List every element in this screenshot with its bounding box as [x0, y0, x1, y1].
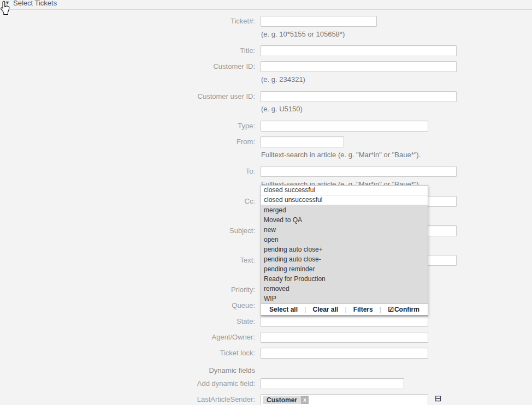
confirm-label: Confirm: [394, 306, 419, 313]
form-row-type: Type:: [0, 121, 532, 133]
dropdown-item-open[interactable]: open: [261, 235, 428, 245]
cc-label: Cc:: [0, 196, 255, 207]
confirm-button[interactable]: ☑Confirm: [388, 306, 419, 313]
dropdown-item-removed[interactable]: removed: [261, 284, 428, 294]
form-row-from: From:: [0, 136, 532, 148]
form-row-dynamic-fields: Dynamic fields: [0, 365, 532, 377]
form-row-ticket-number: Ticket#:: [0, 16, 532, 28]
form-row-customer-user-id: Customer user ID:: [0, 91, 532, 103]
title-input[interactable]: [261, 45, 457, 56]
dropdown-item-moved-to-qa[interactable]: Moved to QA: [261, 215, 428, 225]
state-label: State:: [0, 316, 255, 327]
agent-owner-label: Agent/Owner:: [0, 332, 255, 343]
tag-remove-button[interactable]: x: [301, 396, 309, 404]
select-all-button[interactable]: Select all: [269, 306, 298, 313]
title-label: Title:: [0, 45, 255, 56]
dropdown-item-pending-auto-close-plus[interactable]: pending auto close+: [261, 245, 428, 254]
separator: |: [380, 306, 381, 313]
form-row-ticket-lock: Ticket lock:: [0, 348, 532, 360]
subject-label: Subject:: [0, 225, 255, 236]
from-input[interactable]: [261, 136, 344, 147]
clear-all-button[interactable]: Clear all: [313, 306, 339, 313]
dropdown-item-closed-successful[interactable]: closed successful: [261, 186, 428, 195]
last-article-sender-field[interactable]: Customer x: [261, 394, 428, 405]
last-article-sender-label: LastArticleSender:: [0, 394, 255, 405]
remove-field-button[interactable]: ⊟: [435, 395, 442, 402]
customer-user-id-input[interactable]: [261, 91, 457, 102]
dropdown-item-closed-unsuccessful[interactable]: closed unsuccessful: [261, 195, 428, 205]
form-row-agent-owner: Agent/Owner:: [0, 332, 532, 344]
selected-value-tag: Customer x: [263, 396, 309, 404]
add-dynamic-field-label: Add dynamic field:: [0, 378, 255, 389]
page-title: Select Tickets: [13, 0, 57, 7]
queue-label: Queue:: [0, 300, 255, 311]
form-row-last-article-sender: LastArticleSender: Customer x ⊟: [0, 394, 532, 405]
to-input[interactable]: [261, 166, 457, 177]
dropdown-action-bar: Select all | Clear all | Filters | ☑Conf…: [261, 303, 428, 315]
tag-label: Customer: [267, 396, 297, 404]
text-label: Text:: [0, 255, 255, 266]
from-hint: Fulltext-search in article (e. g. "Mar*i…: [261, 151, 421, 159]
dropdown-item-wip[interactable]: WIP: [261, 294, 428, 303]
form-row-customer-id: Customer ID:: [0, 61, 532, 73]
dropdown-item-pending-reminder[interactable]: pending reminder: [261, 264, 428, 274]
agent-owner-input[interactable]: [261, 332, 428, 343]
dynamic-fields-heading: Dynamic fields: [0, 365, 255, 376]
from-label: From:: [0, 136, 255, 147]
ticket-lock-label: Ticket lock:: [0, 348, 255, 359]
separator: |: [304, 306, 306, 313]
priority-label: Priority:: [0, 284, 255, 295]
dropdown-item-pending-auto-close-minus[interactable]: pending auto close-: [261, 254, 428, 264]
customer-user-id-hint: (e. g. U5150): [261, 105, 303, 113]
form-row-to: To:: [0, 166, 532, 178]
form-row-state: State:: [0, 316, 532, 328]
ticket-number-label: Ticket#:: [0, 16, 255, 27]
to-label: To:: [0, 166, 255, 177]
state-input[interactable]: [261, 316, 428, 327]
filters-button[interactable]: Filters: [353, 306, 373, 313]
dropdown-item-new[interactable]: new: [261, 225, 428, 235]
form-row-add-dynamic-field: Add dynamic field:: [0, 378, 532, 390]
form-row-title: Title:: [0, 45, 532, 57]
add-dynamic-field-input[interactable]: [261, 378, 404, 389]
mouse-cursor-icon: [0, 1, 10, 17]
dropdown-item-merged[interactable]: merged: [261, 205, 428, 215]
customer-user-id-label: Customer user ID:: [0, 91, 255, 102]
customer-id-input[interactable]: [261, 61, 457, 72]
type-input[interactable]: [261, 121, 428, 132]
ticket-lock-input[interactable]: [261, 348, 428, 359]
dropdown-item-ready-for-production[interactable]: Ready for Production: [261, 274, 428, 284]
customer-id-hint: (e. g. 234321): [261, 75, 305, 84]
type-label: Type:: [0, 121, 255, 132]
checkbox-checked-icon: ☑: [388, 306, 394, 313]
ticket-number-hint: (e. g. 10*5155 or 105658*): [261, 30, 345, 38]
ticket-number-input[interactable]: [261, 16, 377, 27]
widget-header: ▼ Select Tickets: [0, 0, 532, 10]
state-dropdown-list: closed successful closed unsuccessful me…: [261, 185, 428, 316]
separator: |: [345, 306, 346, 313]
customer-id-label: Customer ID:: [0, 61, 255, 72]
